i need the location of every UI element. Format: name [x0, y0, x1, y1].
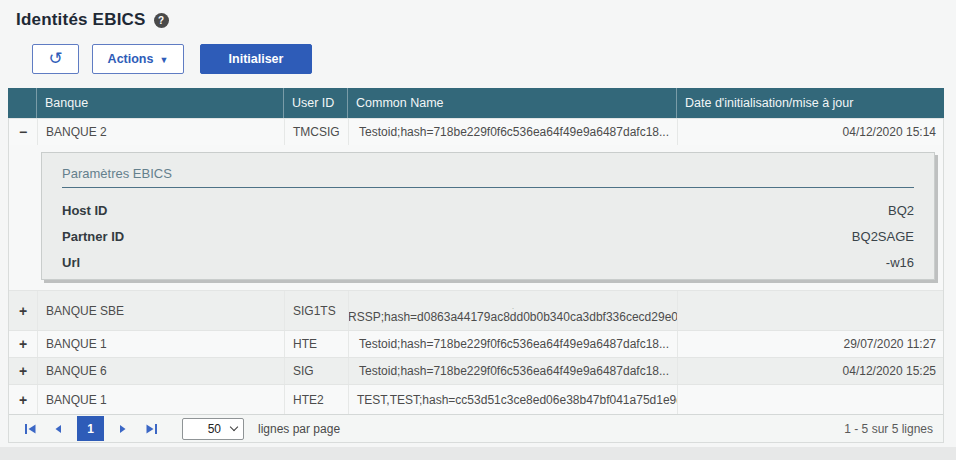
cell-common-name: Testoid;hash=718be229f0f6c536ea64f49e9a6… — [348, 331, 677, 357]
field-label: Host ID — [62, 203, 108, 218]
cell-banque: BANQUE SBE — [37, 291, 284, 330]
initialize-button-label: Initialiser — [229, 52, 284, 66]
table-row[interactable]: + BANQUE SBE SIG1TS . RSSP;hash=d0863a44… — [9, 290, 943, 330]
next-page-icon — [119, 424, 127, 434]
field-partner-id: Partner ID BQ2SAGE — [62, 223, 914, 249]
cell-common-name: TEST,TEST;hash=cc53d51c3ce8ed06e38b47bf0… — [348, 385, 677, 414]
previous-page-icon — [54, 424, 62, 434]
field-url: Url -w16 — [62, 249, 914, 275]
current-page-button[interactable]: 1 — [77, 416, 104, 441]
previous-page-button[interactable] — [47, 418, 69, 440]
table-row[interactable]: + BANQUE 1 HTE2 TEST,TEST;hash=cc53d51c3… — [9, 384, 943, 414]
page-size-label: lignes par page — [258, 422, 340, 436]
cell-banque: BANQUE 1 — [37, 331, 284, 357]
table-footer: 1 50 lignes par page 1 - 5 sur 5 lignes — [9, 414, 943, 442]
collapse-row-icon[interactable]: − — [19, 125, 27, 139]
cell-user-id: HTE2 — [284, 385, 348, 414]
toolbar: ↺ Actions ▼ Initialiser — [32, 44, 956, 74]
cell-date: 04/12/2020 15:25 — [677, 358, 944, 384]
field-value: BQ2 — [888, 203, 914, 218]
refresh-button[interactable]: ↺ — [32, 44, 79, 74]
panel-section-title: Paramètres EBICS — [62, 166, 914, 188]
cell-user-id: HTE — [284, 331, 348, 357]
chevron-down-icon: ▼ — [159, 55, 168, 65]
column-header-date[interactable]: Date d'initialisation/mise à jour — [676, 88, 943, 118]
cell-banque: BANQUE 6 — [37, 358, 284, 384]
refresh-icon: ↺ — [48, 48, 62, 69]
ebics-identities-table: Banque User ID Common Name Date d'initia… — [8, 88, 944, 443]
cell-user-id: TMCSIG — [284, 119, 348, 145]
next-page-button[interactable] — [112, 418, 134, 440]
page-title: Identités EBICS — [16, 10, 146, 30]
table-header-row: Banque User ID Common Name Date d'initia… — [8, 88, 944, 118]
cell-common-name: Testoid;hash=718be229f0f6c536ea64f49e9a6… — [348, 358, 677, 384]
first-page-icon — [25, 424, 36, 434]
expand-row-icon[interactable]: + — [19, 393, 27, 407]
cell-date — [677, 385, 944, 414]
cell-common-name: . RSSP;hash=d0863a44179ac8dd0b0b340ca3db… — [348, 291, 677, 330]
expand-row-icon[interactable]: + — [19, 364, 27, 378]
cell-user-id: SIG — [284, 358, 348, 384]
expand-row-icon[interactable]: + — [19, 304, 27, 318]
initialize-button[interactable]: Initialiser — [200, 44, 312, 74]
table-row[interactable]: − BANQUE 2 TMCSIG Testoid;hash=718be229f… — [9, 118, 943, 145]
table-row[interactable]: + BANQUE 1 HTE Testoid;hash=718be229f0f6… — [9, 330, 943, 357]
expand-column-header — [8, 88, 36, 118]
actions-button[interactable]: Actions ▼ — [92, 44, 184, 74]
last-page-button[interactable] — [140, 418, 162, 440]
last-page-icon — [146, 424, 157, 434]
row-detail-area: Paramètres EBICS Host ID BQ2 Partner ID … — [9, 145, 943, 290]
help-icon[interactable]: ? — [154, 13, 169, 28]
field-label: Url — [62, 255, 80, 270]
row-range-label: 1 - 5 sur 5 lignes — [844, 422, 933, 436]
field-host-id: Host ID BQ2 — [62, 197, 914, 223]
cell-date: 04/12/2020 15:14 — [677, 119, 944, 145]
cell-common-name: Testoid;hash=718be229f0f6c536ea64f49e9a6… — [348, 119, 677, 145]
cell-banque: BANQUE 1 — [37, 385, 284, 414]
actions-button-label: Actions — [108, 52, 154, 66]
field-label: Partner ID — [62, 229, 124, 244]
column-header-common-name[interactable]: Common Name — [347, 88, 676, 118]
column-header-banque[interactable]: Banque — [36, 88, 283, 118]
page-bottom-strip — [0, 447, 956, 460]
first-page-button[interactable] — [19, 418, 41, 440]
field-value: BQ2SAGE — [852, 229, 914, 244]
table-row[interactable]: + BANQUE 6 SIG Testoid;hash=718be229f0f6… — [9, 357, 943, 384]
cell-date — [677, 291, 944, 330]
cell-banque: BANQUE 2 — [37, 119, 284, 145]
column-header-user-id[interactable]: User ID — [283, 88, 347, 118]
page-header: Identités EBICS ? ↺ Actions ▼ Initialise… — [0, 0, 956, 74]
cell-user-id: SIG1TS — [284, 291, 348, 330]
page-size-select[interactable]: 50 — [182, 418, 244, 440]
field-value: -w16 — [886, 255, 914, 270]
ebics-parameters-panel: Paramètres EBICS Host ID BQ2 Partner ID … — [41, 152, 935, 280]
expand-row-icon[interactable]: + — [19, 337, 27, 351]
cell-date: 29/07/2020 11:27 — [677, 331, 944, 357]
